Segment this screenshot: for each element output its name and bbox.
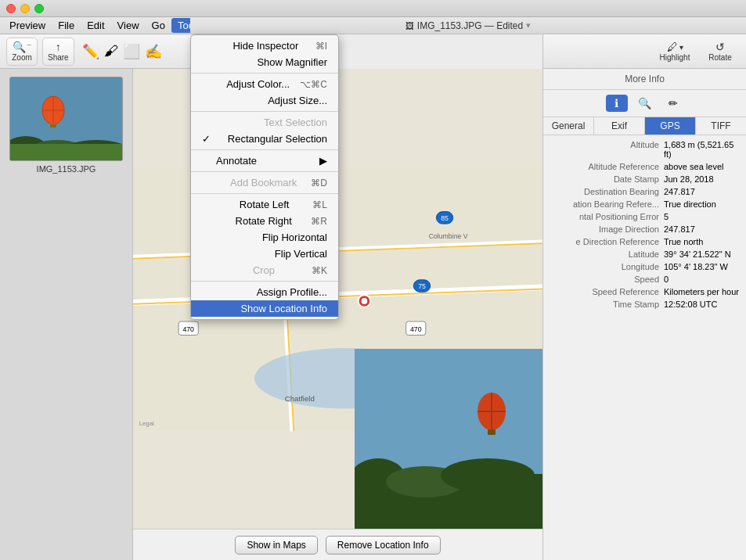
edit-tab-icon[interactable]: ✏	[662, 95, 684, 112]
menu-row-adjust-color[interactable]: Adjust Color...⌥⌘C	[191, 76, 338, 92]
menu-check-icon	[202, 232, 213, 243]
highlight-dropdown-icon[interactable]: ▾	[679, 43, 683, 52]
menu-check-icon	[202, 286, 213, 298]
signature-icon[interactable]: ✍	[145, 43, 162, 60]
gps-label: Speed	[550, 275, 659, 284]
menu-view[interactable]: View	[111, 18, 146, 33]
menu-row-rectangular-selection[interactable]: ✓Rectangular Selection	[191, 131, 338, 147]
gps-label: Latitude	[550, 249, 659, 259]
menu-preview[interactable]: Preview	[3, 18, 52, 33]
menu-separator	[191, 149, 338, 150]
toolbar-left: 🔍− Zoom ↑ Share ✏️ 🖌 ⬜ ✍	[0, 34, 190, 69]
gps-label: Image Direction	[550, 224, 659, 234]
gps-label: ntal Positioning Error	[550, 212, 659, 221]
svg-text:Legal: Legal	[139, 420, 154, 427]
menu-check-icon	[202, 264, 213, 276]
rotate-label: Rotate	[708, 53, 731, 62]
disclosure-icon[interactable]: ▾	[526, 20, 531, 31]
general-subtab[interactable]: General	[543, 117, 594, 135]
maximize-button[interactable]	[34, 4, 44, 13]
info-tab-icon[interactable]: ℹ	[606, 95, 628, 112]
menu-row-hide-inspector[interactable]: Hide Inspector⌘I	[191, 38, 338, 54]
rotate-icon: ↺	[715, 41, 725, 53]
svg-text:85: 85	[441, 214, 449, 222]
menu-item-label: Flip Horizontal	[262, 232, 327, 243]
menu-row-rotate-left[interactable]: Rotate Left⌘L	[191, 196, 338, 213]
menu-row-adjust-size[interactable]: Adjust Size...	[191, 92, 338, 109]
svg-text:Chatfield: Chatfield	[285, 394, 315, 403]
submenu-arrow-icon: ▶	[319, 155, 327, 167]
menu-shortcut: ⌥⌘C	[300, 79, 327, 90]
svg-text:470: 470	[410, 325, 422, 333]
exif-subtab[interactable]: Exif	[594, 117, 645, 135]
menu-row-crop: Crop⌘K	[191, 262, 338, 278]
shapes-icon[interactable]: ⬜	[123, 43, 140, 60]
gps-value: Jun 28, 2018	[664, 174, 740, 184]
gps-value: True direction	[664, 199, 740, 209]
remove-location-button[interactable]: Remove Location Info	[326, 536, 441, 555]
menu-check-icon: ✓	[202, 133, 213, 145]
zoom-button[interactable]: 🔍− Zoom	[6, 38, 38, 66]
pencil-icon[interactable]: ✏️	[82, 43, 99, 60]
menu-row-annotate[interactable]: Annotate▶	[191, 153, 338, 169]
gps-value: 5	[664, 212, 740, 221]
traffic-lights	[6, 4, 44, 13]
thumbnail-label: IMG_1153.JPG	[37, 164, 96, 174]
close-button[interactable]	[6, 4, 16, 13]
menu-item-label: Flip Vertical	[275, 248, 327, 260]
inspector-subtabs: General Exif GPS TIFF	[543, 117, 746, 135]
menu-edit[interactable]: Edit	[81, 18, 110, 33]
gps-data-row: Time Stamp 12:52:08 UTC	[543, 298, 746, 311]
menu-check-icon	[202, 248, 213, 260]
svg-text:75: 75	[418, 282, 426, 290]
gps-label: Altitude Reference	[550, 162, 659, 171]
svg-text:Columbine V: Columbine V	[429, 232, 468, 240]
menu-row-show-magnifier[interactable]: Show Magnifier	[191, 54, 338, 70]
menu-check-icon	[202, 117, 213, 128]
menu-row-flip-horizontal[interactable]: Flip Horizontal	[191, 229, 338, 246]
zoom-icon: 🔍−	[13, 41, 32, 53]
gps-value: 39° 34' 21.522" N	[664, 249, 740, 259]
menu-check-icon	[202, 56, 213, 68]
show-in-maps-button[interactable]: Show in Maps	[235, 536, 317, 555]
gps-data-row: Speed 0	[543, 273, 746, 285]
gps-label: Speed Reference	[550, 287, 659, 296]
menu-check-icon	[202, 78, 213, 90]
menu-row-rotate-right[interactable]: Rotate Right⌘R	[191, 213, 338, 229]
tiff-subtab[interactable]: TIFF	[696, 117, 746, 135]
gps-value: 247.817	[664, 224, 740, 234]
gps-data-container: Altitude 1,683 m (5,521.65 ft) Altitude …	[543, 135, 746, 314]
share-button[interactable]: ↑ Share	[42, 38, 74, 66]
menu-item-label: Add Bookmark	[230, 177, 297, 188]
menu-check-icon	[202, 40, 213, 52]
markup-icon[interactable]: 🖌	[104, 43, 118, 59]
thumbnail-sidebar: IMG_1153.JPG	[0, 69, 133, 560]
highlight-button[interactable]: 🖊 ▾ Highlight	[655, 38, 694, 66]
menu-separator	[191, 111, 338, 112]
menu-row-text-selection: Text Selection	[191, 114, 338, 131]
menu-row-assign-profile[interactable]: Assign Profile...	[191, 284, 338, 300]
search-tab-icon[interactable]: 🔍	[634, 95, 656, 112]
menu-row-show-location-info[interactable]: Show Location Info	[191, 300, 338, 317]
thumbnail-image	[9, 77, 123, 161]
gps-data-row: ntal Positioning Error 5	[543, 210, 746, 223]
rotate-button[interactable]: ↺ Rotate	[701, 38, 740, 66]
thumbnail-item[interactable]: IMG_1153.JPG	[9, 77, 123, 174]
highlight-label: Highlight	[660, 53, 690, 62]
svg-point-48	[441, 458, 535, 493]
menu-separator	[191, 171, 338, 172]
menu-separator	[191, 73, 338, 74]
tools-dropdown-menu: Hide Inspector⌘I Show Magnifier Adjust C…	[190, 34, 339, 320]
gps-data-row: ation Bearing Refere... True direction	[543, 198, 746, 210]
menu-item-label: Assign Profile...	[257, 286, 327, 298]
gps-subtab[interactable]: GPS	[645, 117, 696, 135]
minimize-button[interactable]	[20, 4, 30, 13]
menu-file[interactable]: File	[52, 18, 81, 33]
svg-text:470: 470	[182, 325, 194, 333]
menu-row-flip-vertical[interactable]: Flip Vertical	[191, 246, 338, 262]
menu-go[interactable]: Go	[146, 18, 171, 33]
gps-data-row: Longitude 105° 4' 18.23" W	[543, 260, 746, 273]
svg-rect-52	[488, 429, 496, 435]
gps-value: 105° 4' 18.23" W	[664, 262, 740, 271]
menu-item-label: Rotate Left	[240, 199, 290, 210]
